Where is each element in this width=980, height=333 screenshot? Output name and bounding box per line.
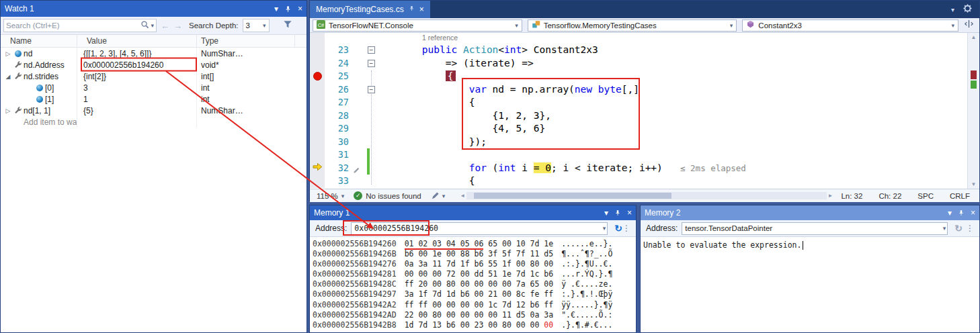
issues-check-icon[interactable]: ✓ [354, 191, 362, 200]
search-depth-select[interactable]: 3 ▾ [243, 19, 270, 32]
refresh-icon[interactable]: ↻ [614, 223, 622, 234]
watch-value-cell[interactable]: 1 [77, 93, 197, 105]
watch-row[interactable]: nd.Address0x000002556b194260void* [1, 59, 307, 70]
gear-icon[interactable] [963, 3, 973, 16]
breakpoint-icon[interactable] [313, 72, 322, 81]
chevron-down-icon[interactable]: ▾ [603, 225, 606, 232]
watch-row[interactable]: ◢nd.strides{int[2]}int[] [1, 70, 307, 82]
watch-row[interactable]: [0]3int [1, 82, 307, 93]
horizontal-scrollbar[interactable]: ◄ ► [460, 192, 833, 199]
code-text[interactable]: { [375, 96, 475, 109]
address-input[interactable] [685, 224, 942, 232]
class-dropdown[interactable]: Tensorflow.MemoryTestingCases ▾ [528, 19, 737, 32]
pin-icon[interactable] [958, 209, 965, 217]
window-position-icon[interactable]: ▾ [274, 5, 278, 13]
close-icon[interactable]: × [971, 209, 975, 217]
member-dropdown[interactable]: Constant2x3 ▾ [742, 19, 958, 32]
code-line[interactable]: 25 { [310, 70, 979, 83]
code-text[interactable]: for (int i = 0; i < iterate; i++) ≤ 2ms … [375, 162, 746, 175]
expander-collapsed-icon[interactable]: ▷ [3, 50, 13, 57]
tab-close-icon[interactable]: × [419, 5, 424, 14]
splitter-horizontal[interactable] [309, 201, 980, 205]
watch-value-cell[interactable]: {[[1, 2, 3], [4, 5, 6]]} [77, 48, 197, 59]
code-text[interactable]: { [375, 70, 456, 83]
watch-row[interactable]: Add item to watch [1, 116, 307, 128]
search-input[interactable] [6, 21, 140, 30]
code-line[interactable]: 26− var nd = np.array(new byte[,] [310, 83, 979, 97]
refresh-icon[interactable]: ↻ [954, 223, 963, 234]
breakpoint-margin[interactable] [310, 70, 325, 83]
breakpoint-margin[interactable] [310, 109, 325, 123]
breakpoint-margin[interactable] [310, 148, 325, 162]
expander-expanded-icon[interactable]: ◢ [3, 73, 13, 80]
scrollbar-thumb[interactable] [474, 193, 671, 199]
split-window-icon[interactable] [964, 19, 974, 32]
code-line[interactable]: 30 }); [310, 136, 979, 149]
overflow-dots-icon[interactable]: ⋮ [622, 224, 630, 233]
status-spaces[interactable]: SPC [917, 192, 934, 200]
expander-collapsed-icon[interactable]: ▷ [3, 107, 13, 114]
address-combobox[interactable]: ▾ [351, 222, 608, 235]
filter-icon[interactable] [283, 19, 292, 32]
code-text[interactable]: }); [375, 136, 487, 149]
outline-collapse-icon[interactable]: − [368, 86, 375, 93]
tab-pin-icon[interactable] [409, 5, 415, 14]
address-combobox[interactable]: ▾ [682, 222, 948, 235]
tab-memorytestingcases[interactable]: MemoryTestingCases.cs × [310, 1, 430, 18]
outline-collapse-icon[interactable]: − [368, 60, 375, 67]
code-text[interactable]: { [375, 175, 475, 188]
code-line[interactable]: 31 [310, 148, 979, 162]
close-icon[interactable]: × [627, 209, 632, 217]
scroll-left-icon[interactable]: ◄ [460, 193, 465, 199]
code-line[interactable]: 28 {1, 2, 3}, [310, 109, 979, 123]
search-icon[interactable] [140, 19, 149, 32]
outline-collapse-icon[interactable]: − [368, 46, 375, 54]
scroll-up-icon[interactable]: ▲ [968, 34, 979, 40]
vertical-scrollbar[interactable]: ▲ ▼ [967, 33, 979, 189]
close-icon[interactable]: × [298, 5, 302, 13]
breakpoint-margin[interactable] [310, 33, 325, 44]
scroll-right-icon[interactable]: ► [828, 193, 833, 199]
scrollbar-track[interactable] [466, 192, 826, 199]
breakpoint-margin[interactable] [310, 44, 325, 57]
memory-rows[interactable]: 0x000002556B19426001 02 03 04 05 06 65 0… [310, 237, 636, 332]
code-text[interactable]: {4, 5, 6} [375, 122, 545, 136]
code-text[interactable]: public Action<int> Constant2x3 [375, 44, 598, 57]
window-position-icon[interactable]: ▾ [604, 209, 608, 217]
breakpoint-margin[interactable] [310, 136, 325, 149]
search-prev-icon[interactable]: ← [161, 21, 169, 31]
marker-pen-icon[interactable] [431, 191, 440, 200]
watch-titlebar[interactable]: Watch 1 ▾ × [1, 1, 307, 17]
window-position-icon[interactable]: ▾ [948, 209, 952, 217]
code-text[interactable]: => (iterate) => [375, 57, 534, 70]
address-input[interactable] [354, 224, 602, 233]
overflow-dots-icon[interactable]: ⋮ [966, 224, 974, 233]
search-options-caret-icon[interactable]: ▾ [151, 22, 154, 29]
code-line[interactable]: 33 { [310, 175, 979, 188]
watch-row[interactable]: ▷nd{[[1, 2, 3], [4, 5, 6]]}NumShar… [1, 48, 307, 59]
code-line[interactable]: 29 {4, 5, 6} [310, 122, 979, 136]
column-header-type[interactable]: Type [197, 35, 295, 47]
project-dropdown[interactable]: C# TensorFlowNET.Console ▾ [313, 19, 522, 32]
splitter-vertical-left[interactable] [307, 0, 309, 333]
search-next-icon[interactable]: → [173, 21, 182, 31]
pin-icon[interactable] [284, 5, 292, 13]
splitter-vertical-memory[interactable] [637, 205, 640, 333]
memory2-titlebar[interactable]: Memory 2 ▾ × [641, 205, 979, 220]
chevron-down-icon[interactable]: ▾ [943, 225, 946, 232]
pin-icon[interactable] [614, 209, 621, 217]
breakpoint-margin[interactable] [310, 162, 325, 175]
code-line[interactable]: 24− => (iterate) => [310, 57, 979, 70]
breakpoint-margin[interactable] [310, 96, 325, 109]
scroll-down-icon[interactable]: ▼ [968, 181, 979, 187]
breakpoint-margin[interactable] [310, 122, 325, 136]
watch-value-cell[interactable]: 3 [77, 82, 197, 93]
watch-value-cell[interactable] [77, 116, 197, 128]
zoom-control[interactable]: 115 % ▾ [317, 192, 344, 200]
marker-caret-icon[interactable]: ▾ [442, 193, 446, 199]
status-eol[interactable]: CRLF [950, 192, 970, 200]
codelens-references[interactable]: 1 reference [375, 33, 458, 44]
code-line[interactable]: 23− public Action<int> Constant2x3 [310, 44, 979, 57]
watch-row[interactable]: ▷nd[1, 1]{5}NumShar… [1, 105, 307, 116]
tab-list-caret-icon[interactable]: ▾ [951, 6, 954, 13]
